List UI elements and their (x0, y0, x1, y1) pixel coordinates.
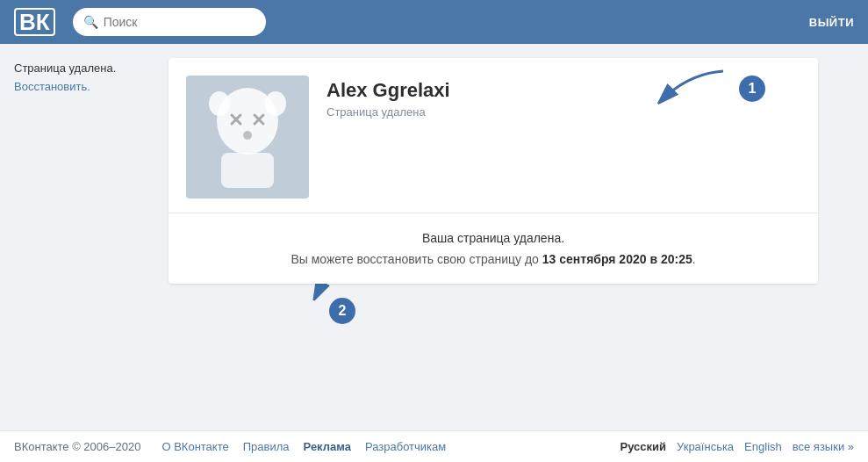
footer-link-rules[interactable]: Правила (243, 440, 290, 453)
logout-button[interactable]: ВЫЙТИ (809, 16, 854, 29)
deleted-message: Ваша страница удалена. Вы можете восстан… (169, 213, 818, 284)
footer-link-dev[interactable]: Разработчикам (365, 440, 446, 453)
avatar (186, 76, 309, 199)
vk-logo[interactable]: ВК (14, 8, 55, 37)
footer-lang-uk[interactable]: Українська (677, 440, 734, 453)
svg-point-7 (243, 131, 252, 140)
search-icon: 🔍 (83, 15, 98, 29)
sidebar: Страница удалена. Восстановить. (14, 58, 154, 284)
profile-header: Alex Ggrelaxi Страница удалена (169, 58, 818, 213)
footer-nav: О ВКонтакте Правила Реклама Разработчика… (161, 440, 620, 453)
footer: ВКонтакте © 2006–2020 О ВКонтакте Правил… (0, 430, 868, 462)
footer-copyright: ВКонтакте © 2006–2020 (14, 440, 140, 453)
deleted-date: 13 сентября 2020 в 20:25 (542, 252, 692, 266)
dead-avatar-icon (204, 84, 291, 190)
profile-status: Страница удалена (326, 105, 450, 119)
deleted-subtitle: Вы можете восстановить свою страницу до … (186, 252, 800, 266)
badge-2: 2 (329, 298, 355, 324)
profile-name: Alex Ggrelaxi (326, 79, 450, 102)
svg-point-2 (265, 91, 286, 116)
search-input[interactable] (104, 15, 255, 29)
profile-card: Alex Ggrelaxi Страница удалена (169, 58, 818, 284)
annotation-1: 1 (653, 67, 765, 111)
svg-point-1 (209, 91, 230, 116)
search-bar: 🔍 (73, 8, 266, 36)
svg-rect-8 (221, 153, 274, 188)
deleted-subtitle-pre: Вы можете восстановить свою страницу до (291, 252, 542, 266)
footer-link-about[interactable]: О ВКонтакте (161, 440, 228, 453)
footer-lang-en[interactable]: English (744, 440, 782, 453)
arrow1-icon (653, 67, 732, 111)
profile-info: Alex Ggrelaxi Страница удалена (326, 76, 450, 119)
badge-1: 1 (739, 76, 765, 102)
footer-languages: Русский Українська English все языки » (620, 440, 854, 453)
footer-lang-ru[interactable]: Русский (620, 440, 666, 453)
header: ВК 🔍 ВЫЙТИ (0, 0, 868, 44)
deleted-title: Ваша страница удалена. (186, 231, 800, 245)
footer-lang-all[interactable]: все языки » (793, 440, 854, 453)
footer-link-ads[interactable]: Реклама (304, 440, 351, 453)
deleted-subtitle-post: . (692, 252, 696, 266)
sidebar-restore-link[interactable]: Восстановить. (14, 80, 90, 93)
sidebar-deleted-text: Страница удалена. (14, 61, 154, 75)
